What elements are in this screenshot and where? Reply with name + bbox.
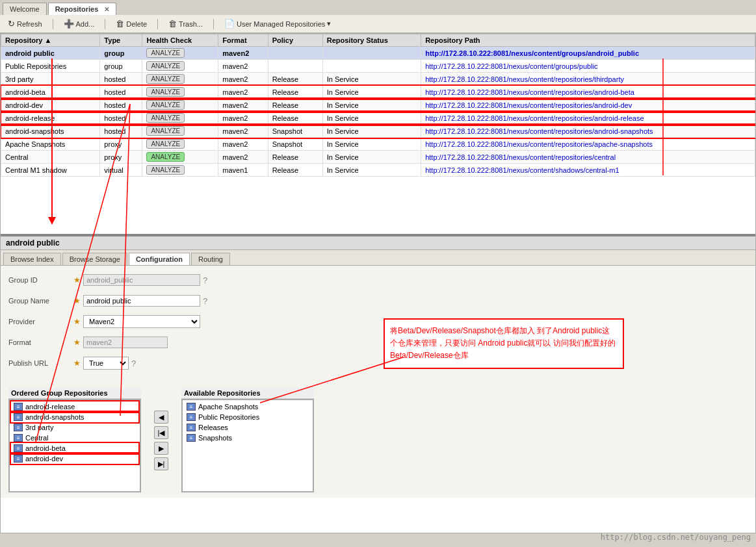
list-item[interactable]: ≡Public Repositories bbox=[184, 412, 311, 422]
cell-path[interactable]: http://172.28.10.222:8081/nexus/content/… bbox=[421, 73, 755, 86]
cell-path[interactable]: http://172.28.10.222:8081/nexus/content/… bbox=[421, 47, 755, 60]
table-row[interactable]: android-dev hosted ANALYZE maven2 Releas… bbox=[1, 99, 755, 112]
table-row[interactable]: Apache Snapshots proxy ANALYZE maven2 Sn… bbox=[1, 138, 755, 151]
col-path[interactable]: Repository Path bbox=[421, 34, 755, 47]
cell-path[interactable]: http://172.28.10.222:8081/nexus/content/… bbox=[421, 112, 755, 125]
cell-health[interactable]: ANALYZE bbox=[142, 112, 218, 125]
tab-browse-index[interactable]: Browse Index bbox=[3, 253, 61, 265]
analyze-button[interactable]: ANALYZE bbox=[146, 100, 185, 110]
cell-type: hosted bbox=[100, 73, 142, 86]
path-link[interactable]: http://172.28.10.222:8081/nexus/content/… bbox=[425, 88, 634, 96]
list-item[interactable]: ≡android-release bbox=[11, 401, 138, 412]
table-row[interactable]: android-beta hosted ANALYZE maven2 Relea… bbox=[1, 86, 755, 99]
cell-status: In Service bbox=[322, 99, 421, 112]
cell-path[interactable]: http://172.28.10.222:8081/nexus/content/… bbox=[421, 125, 755, 138]
add-button[interactable]: ➕ Add... bbox=[60, 18, 99, 30]
col-health-check[interactable]: Health Check bbox=[142, 34, 218, 47]
analyze-button[interactable]: ANALYZE bbox=[146, 126, 185, 136]
move-last-button[interactable]: ▶| bbox=[154, 457, 168, 470]
cell-health[interactable]: ANALYZE bbox=[142, 151, 218, 164]
cell-path[interactable]: http://172.28.10.222:8081/nexus/content/… bbox=[421, 151, 755, 164]
analyze-button[interactable]: ANALYZE bbox=[146, 152, 185, 162]
refresh-button[interactable]: ↻ Refresh bbox=[4, 18, 46, 30]
group-name-input[interactable] bbox=[83, 295, 200, 307]
close-icon[interactable]: ✕ bbox=[104, 6, 109, 13]
tab-welcome[interactable]: Welcome bbox=[3, 3, 47, 15]
path-link[interactable]: http://172.28.10.222:8081/nexus/content/… bbox=[425, 75, 624, 83]
col-type[interactable]: Type bbox=[100, 34, 142, 47]
path-link[interactable]: http://172.28.10.222:8081/nexus/content/… bbox=[425, 153, 616, 161]
list-item[interactable]: ≡Releases bbox=[184, 422, 311, 433]
analyze-button[interactable]: ANALYZE bbox=[146, 61, 185, 71]
top-tab-bar: Welcome Repositories ✕ bbox=[0, 0, 756, 15]
table-row[interactable]: 3rd party hosted ANALYZE maven2 Release … bbox=[1, 73, 755, 86]
path-link[interactable]: http://172.28.10.222:8081/nexus/content/… bbox=[425, 101, 632, 109]
tab-configuration[interactable]: Configuration bbox=[129, 253, 190, 265]
path-link[interactable]: http://172.28.10.222:8081/nexus/content/… bbox=[425, 49, 639, 57]
col-format[interactable]: Format bbox=[218, 34, 268, 47]
analyze-button[interactable]: ANALYZE bbox=[146, 48, 185, 58]
table-row[interactable]: android-release hosted ANALYZE maven2 Re… bbox=[1, 112, 755, 125]
publish-url-select[interactable]: True False bbox=[83, 357, 129, 370]
publish-url-label: Publish URL bbox=[8, 359, 73, 367]
tab-routing[interactable]: Routing bbox=[191, 253, 230, 265]
list-item[interactable]: ≡Snapshots bbox=[184, 433, 311, 443]
cell-health[interactable]: ANALYZE bbox=[142, 164, 218, 177]
cell-path[interactable]: http://172.28.10.222:8081/nexus/content/… bbox=[421, 60, 755, 73]
cell-health[interactable]: ANALYZE bbox=[142, 73, 218, 86]
table-row[interactable]: android-snapshots hosted ANALYZE maven2 … bbox=[1, 125, 755, 138]
cell-path[interactable]: http://172.28.10.222:8081/nexus/content/… bbox=[421, 86, 755, 99]
help-icon[interactable]: ? bbox=[203, 296, 207, 306]
analyze-button[interactable]: ANALYZE bbox=[146, 113, 185, 123]
delete-icon: 🗑 bbox=[116, 19, 124, 29]
separator bbox=[213, 19, 214, 29]
move-right-button[interactable]: ▶ bbox=[154, 442, 168, 455]
list-item[interactable]: ≡Central bbox=[11, 433, 138, 443]
help-icon[interactable]: ? bbox=[203, 275, 207, 285]
col-status[interactable]: Repository Status bbox=[322, 34, 421, 47]
analyze-button[interactable]: ANALYZE bbox=[146, 74, 185, 84]
table-row[interactable]: android public group ANALYZE maven2 http… bbox=[1, 47, 755, 60]
path-link[interactable]: http://172.28.10.222:8081/nexus/content/… bbox=[425, 140, 653, 148]
tab-repositories[interactable]: Repositories ✕ bbox=[48, 3, 117, 15]
separator bbox=[53, 19, 53, 29]
path-link[interactable]: http://172.28.10.222:8081/nexus/content/… bbox=[425, 166, 619, 174]
table-row[interactable]: Central M1 shadow virtual ANALYZE maven1… bbox=[1, 164, 755, 177]
tab-browse-storage[interactable]: Browse Storage bbox=[62, 253, 127, 265]
cell-health[interactable]: ANALYZE bbox=[142, 99, 218, 112]
path-link[interactable]: http://172.28.10.222:8081/nexus/content/… bbox=[425, 127, 653, 135]
cell-health[interactable]: ANALYZE bbox=[142, 125, 218, 138]
analyze-button[interactable]: ANALYZE bbox=[146, 139, 185, 149]
cell-name: Apache Snapshots bbox=[1, 138, 100, 151]
list-item[interactable]: ≡android-snapshots bbox=[11, 412, 138, 422]
group-id-input[interactable] bbox=[83, 274, 200, 286]
cell-status: In Service bbox=[322, 112, 421, 125]
list-item[interactable]: ≡android-beta bbox=[11, 443, 138, 453]
table-row[interactable]: Central proxy ANALYZE maven2 Release In … bbox=[1, 151, 755, 164]
path-link[interactable]: http://172.28.10.222:8081/nexus/content/… bbox=[425, 114, 644, 122]
list-item[interactable]: ≡Apache Snapshots bbox=[184, 401, 311, 412]
available-repos-list: ≡Apache Snapshots≡Public Repositories≡Re… bbox=[183, 400, 313, 491]
delete-button[interactable]: 🗑 Delete bbox=[112, 18, 151, 30]
cell-health[interactable]: ANALYZE bbox=[142, 47, 218, 60]
analyze-button[interactable]: ANALYZE bbox=[146, 165, 185, 175]
cell-path[interactable]: http://172.28.10.222:8081/nexus/content/… bbox=[421, 164, 755, 177]
cell-path[interactable]: http://172.28.10.222:8081/nexus/content/… bbox=[421, 138, 755, 151]
col-policy[interactable]: Policy bbox=[268, 34, 322, 47]
cell-health[interactable]: ANALYZE bbox=[142, 60, 218, 73]
user-managed-button[interactable]: 📄 User Managed Repositories ▾ bbox=[220, 18, 335, 30]
help-icon[interactable]: ? bbox=[131, 359, 136, 368]
move-first-button[interactable]: |◀ bbox=[154, 426, 168, 439]
provider-select[interactable]: Maven2 bbox=[83, 315, 200, 328]
trash-button[interactable]: 🗑 Trash... bbox=[164, 18, 207, 30]
cell-health[interactable]: ANALYZE bbox=[142, 138, 218, 151]
col-repository[interactable]: Repository ▲ bbox=[1, 34, 100, 47]
cell-path[interactable]: http://172.28.10.222:8081/nexus/content/… bbox=[421, 99, 755, 112]
move-left-button[interactable]: ◀ bbox=[154, 411, 168, 424]
cell-health[interactable]: ANALYZE bbox=[142, 86, 218, 99]
path-link[interactable]: http://172.28.10.222:8081/nexus/content/… bbox=[425, 62, 597, 70]
table-row[interactable]: Public Repositories group ANALYZE maven2… bbox=[1, 60, 755, 73]
list-item[interactable]: ≡3rd party bbox=[11, 422, 138, 433]
analyze-button[interactable]: ANALYZE bbox=[146, 87, 185, 97]
list-item[interactable]: ≡android-dev bbox=[11, 453, 138, 464]
